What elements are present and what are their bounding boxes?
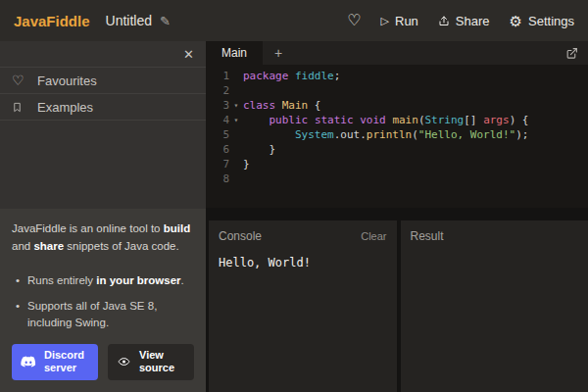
sidebar-item-examples[interactable]: Examples bbox=[0, 94, 206, 121]
code-token: package bbox=[243, 70, 288, 82]
share-icon bbox=[438, 15, 450, 27]
code-text: } bbox=[243, 142, 275, 157]
console-panel: Console Clear Hello, World! bbox=[209, 220, 397, 392]
code-token: fiddle bbox=[295, 70, 334, 82]
tab-main[interactable]: Main bbox=[206, 41, 263, 65]
new-tab-button[interactable]: + bbox=[274, 45, 282, 61]
fold-chevron-icon[interactable]: ▾ bbox=[229, 113, 243, 127]
close-icon[interactable]: ✕ bbox=[183, 47, 194, 62]
code-token: ( bbox=[412, 128, 418, 141]
code-token bbox=[288, 70, 295, 82]
feature-item: Runs entirely in your browser. bbox=[16, 272, 194, 289]
view-source-button-label: View source bbox=[139, 349, 185, 376]
code-token: void bbox=[360, 114, 386, 126]
feature-item: Supports all of Java SE 8, including Swi… bbox=[16, 298, 194, 332]
code-line: 1package fiddle; bbox=[206, 69, 588, 83]
discord-server-button[interactable]: Discord server bbox=[12, 344, 98, 381]
code-token: ); bbox=[515, 128, 528, 141]
line-number: 6 bbox=[206, 142, 229, 157]
document-title: Untitled bbox=[106, 13, 152, 28]
tab-bar: Main + bbox=[206, 41, 588, 65]
code-token: System bbox=[295, 128, 334, 141]
line-number: 8 bbox=[206, 172, 229, 186]
code-text: System.out.println("Hello, World!"); bbox=[243, 127, 528, 142]
line-number: 7 bbox=[206, 157, 229, 172]
settings-button[interactable]: ⚙ Settings bbox=[510, 14, 574, 28]
view-source-button[interactable]: View source bbox=[108, 344, 194, 381]
fold-chevron-icon bbox=[229, 172, 243, 186]
bookmark-icon bbox=[12, 101, 27, 114]
main-layout: ✕ ♡ Favourites Examples JavaFiddle is an… bbox=[0, 41, 588, 392]
app-description: JavaFiddle is an online tool to build an… bbox=[12, 220, 194, 255]
app-logo[interactable]: JavaFiddle bbox=[14, 13, 90, 29]
code-token: main bbox=[392, 114, 418, 126]
header-actions: ♡ ▷ Run Share ⚙ Settings bbox=[347, 13, 574, 28]
console-title: Console bbox=[219, 229, 262, 243]
play-icon: ▷ bbox=[381, 16, 389, 26]
run-label: Run bbox=[395, 14, 418, 28]
code-line: 7} bbox=[206, 157, 588, 172]
top-bar: JavaFiddle Untitled ✎ ♡ ▷ Run Share ⚙ Se… bbox=[0, 0, 588, 41]
favourite-heart-icon[interactable]: ♡ bbox=[347, 13, 361, 28]
clear-console-button[interactable]: Clear bbox=[361, 230, 386, 242]
code-token bbox=[243, 114, 270, 126]
run-button[interactable]: ▷ Run bbox=[381, 14, 418, 28]
code-line: 6 } bbox=[206, 142, 588, 157]
code-token: public bbox=[270, 114, 309, 126]
code-text: } bbox=[243, 157, 250, 172]
line-number: 5 bbox=[206, 127, 229, 142]
code-line: 8 bbox=[206, 172, 588, 186]
line-number: 4 bbox=[206, 113, 229, 127]
code-token bbox=[275, 99, 282, 112]
sidebar: ✕ ♡ Favourites Examples JavaFiddle is an… bbox=[0, 41, 206, 392]
code-token: "Hello, World!" bbox=[418, 128, 515, 141]
fold-chevron-icon[interactable]: ▾ bbox=[229, 98, 243, 113]
code-token bbox=[308, 114, 315, 126]
console-output: Hello, World! bbox=[209, 248, 397, 277]
code-line: 2 bbox=[206, 83, 588, 98]
code-token: ) { bbox=[510, 114, 529, 126]
discord-button-label: Discord server bbox=[44, 349, 89, 376]
code-editor[interactable]: 1package fiddle;23▾class Main {4▾ public… bbox=[206, 65, 588, 208]
code-token: } bbox=[243, 158, 250, 171]
code-token: static bbox=[315, 114, 354, 126]
line-number: 1 bbox=[206, 69, 229, 83]
code-token: out bbox=[340, 128, 360, 141]
fold-chevron-icon bbox=[229, 142, 243, 157]
console-header: Console Clear bbox=[209, 220, 397, 248]
discord-icon bbox=[21, 356, 36, 368]
heart-icon: ♡ bbox=[12, 74, 27, 87]
code-text: public static void main(String[] args) { bbox=[243, 113, 529, 127]
edit-title-pencil-icon[interactable]: ✎ bbox=[160, 14, 171, 28]
tab-label: Main bbox=[221, 46, 247, 60]
editor-column: Main + 1package fiddle;23▾class Main {4▾… bbox=[206, 41, 588, 392]
code-token: [] bbox=[464, 114, 483, 126]
sidebar-item-favourites[interactable]: ♡ Favourites bbox=[0, 68, 206, 94]
fold-chevron-icon bbox=[229, 69, 243, 83]
sidebar-item-label: Examples bbox=[37, 100, 93, 115]
sidebar-item-label: Favourites bbox=[37, 74, 97, 88]
eye-icon bbox=[117, 356, 131, 368]
result-title: Result bbox=[411, 229, 444, 243]
code-line: 3▾class Main { bbox=[206, 98, 588, 113]
settings-label: Settings bbox=[528, 14, 574, 28]
fold-chevron-icon bbox=[229, 83, 243, 98]
output-panels: Console Clear Hello, World! Result bbox=[206, 208, 588, 392]
feature-list: Runs entirely in your browser. Supports … bbox=[16, 272, 194, 332]
result-panel: Result bbox=[401, 220, 588, 392]
external-link-icon[interactable] bbox=[565, 47, 578, 60]
fold-chevron-icon bbox=[229, 157, 243, 172]
code-token: Main bbox=[282, 99, 309, 112]
code-token: println bbox=[367, 128, 412, 141]
code-token: args bbox=[483, 114, 510, 126]
code-text: class Main { bbox=[243, 98, 321, 113]
share-button[interactable]: Share bbox=[438, 14, 490, 28]
code-line: 5 System.out.println("Hello, World!"); bbox=[206, 127, 588, 142]
line-number: 2 bbox=[206, 83, 229, 98]
sidebar-info-panel: JavaFiddle is an online tool to build an… bbox=[0, 209, 206, 392]
code-token: . bbox=[360, 128, 367, 141]
code-token: } bbox=[243, 143, 275, 156]
share-label: Share bbox=[456, 14, 490, 28]
code-token: String bbox=[425, 114, 465, 126]
fold-chevron-icon bbox=[229, 127, 243, 142]
